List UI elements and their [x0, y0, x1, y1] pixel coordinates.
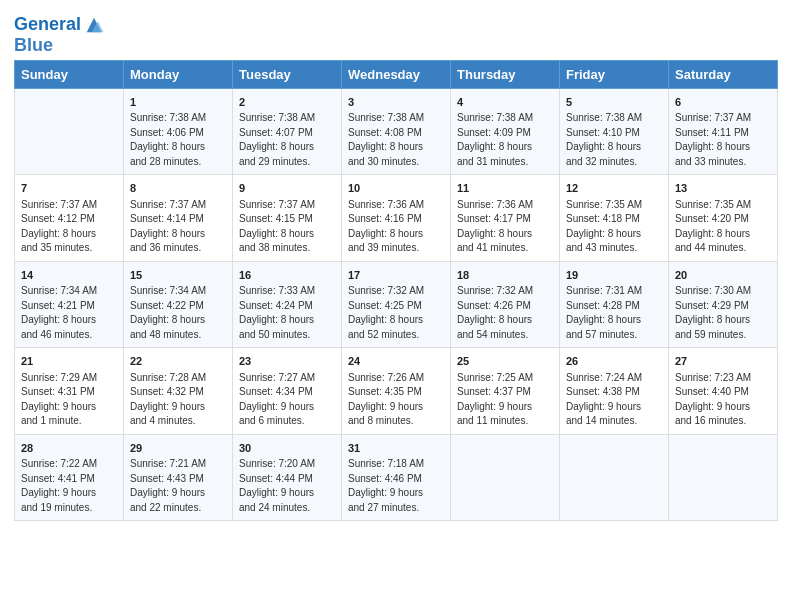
calendar-cell: 8Sunrise: 7:37 AM Sunset: 4:14 PM Daylig… [124, 175, 233, 262]
calendar-cell [560, 434, 669, 521]
page-container: General Blue SundayMondayTuesdayWednesda… [0, 0, 792, 531]
day-number: 13 [675, 180, 771, 197]
weekday-header-row: SundayMondayTuesdayWednesdayThursdayFrid… [15, 60, 778, 88]
calendar-cell: 29Sunrise: 7:21 AM Sunset: 4:43 PM Dayli… [124, 434, 233, 521]
calendar-cell: 6Sunrise: 7:37 AM Sunset: 4:11 PM Daylig… [669, 88, 778, 175]
day-number: 9 [239, 180, 335, 197]
calendar-cell: 3Sunrise: 7:38 AM Sunset: 4:08 PM Daylig… [342, 88, 451, 175]
day-info: Sunrise: 7:37 AM Sunset: 4:14 PM Dayligh… [130, 198, 226, 256]
calendar-table: SundayMondayTuesdayWednesdayThursdayFrid… [14, 60, 778, 522]
day-number: 5 [566, 94, 662, 111]
calendar-cell: 23Sunrise: 7:27 AM Sunset: 4:34 PM Dayli… [233, 348, 342, 435]
day-info: Sunrise: 7:35 AM Sunset: 4:20 PM Dayligh… [675, 198, 771, 256]
calendar-week-row: 7Sunrise: 7:37 AM Sunset: 4:12 PM Daylig… [15, 175, 778, 262]
day-info: Sunrise: 7:28 AM Sunset: 4:32 PM Dayligh… [130, 371, 226, 429]
calendar-cell: 16Sunrise: 7:33 AM Sunset: 4:24 PM Dayli… [233, 261, 342, 348]
day-info: Sunrise: 7:38 AM Sunset: 4:06 PM Dayligh… [130, 111, 226, 169]
calendar-week-row: 28Sunrise: 7:22 AM Sunset: 4:41 PM Dayli… [15, 434, 778, 521]
day-number: 7 [21, 180, 117, 197]
day-info: Sunrise: 7:32 AM Sunset: 4:25 PM Dayligh… [348, 284, 444, 342]
day-number: 29 [130, 440, 226, 457]
weekday-header: Friday [560, 60, 669, 88]
weekday-header: Sunday [15, 60, 124, 88]
day-info: Sunrise: 7:24 AM Sunset: 4:38 PM Dayligh… [566, 371, 662, 429]
calendar-cell: 21Sunrise: 7:29 AM Sunset: 4:31 PM Dayli… [15, 348, 124, 435]
calendar-cell: 31Sunrise: 7:18 AM Sunset: 4:46 PM Dayli… [342, 434, 451, 521]
day-number: 23 [239, 353, 335, 370]
day-number: 21 [21, 353, 117, 370]
calendar-cell: 24Sunrise: 7:26 AM Sunset: 4:35 PM Dayli… [342, 348, 451, 435]
weekday-header: Saturday [669, 60, 778, 88]
day-info: Sunrise: 7:34 AM Sunset: 4:22 PM Dayligh… [130, 284, 226, 342]
day-info: Sunrise: 7:38 AM Sunset: 4:09 PM Dayligh… [457, 111, 553, 169]
calendar-cell: 4Sunrise: 7:38 AM Sunset: 4:09 PM Daylig… [451, 88, 560, 175]
calendar-cell: 2Sunrise: 7:38 AM Sunset: 4:07 PM Daylig… [233, 88, 342, 175]
day-info: Sunrise: 7:33 AM Sunset: 4:24 PM Dayligh… [239, 284, 335, 342]
weekday-header: Tuesday [233, 60, 342, 88]
day-number: 2 [239, 94, 335, 111]
day-number: 4 [457, 94, 553, 111]
day-number: 27 [675, 353, 771, 370]
day-info: Sunrise: 7:37 AM Sunset: 4:11 PM Dayligh… [675, 111, 771, 169]
day-number: 30 [239, 440, 335, 457]
calendar-cell: 26Sunrise: 7:24 AM Sunset: 4:38 PM Dayli… [560, 348, 669, 435]
header: General Blue [14, 10, 778, 56]
calendar-cell: 13Sunrise: 7:35 AM Sunset: 4:20 PM Dayli… [669, 175, 778, 262]
day-info: Sunrise: 7:25 AM Sunset: 4:37 PM Dayligh… [457, 371, 553, 429]
day-info: Sunrise: 7:22 AM Sunset: 4:41 PM Dayligh… [21, 457, 117, 515]
calendar-cell: 5Sunrise: 7:38 AM Sunset: 4:10 PM Daylig… [560, 88, 669, 175]
calendar-week-row: 14Sunrise: 7:34 AM Sunset: 4:21 PM Dayli… [15, 261, 778, 348]
calendar-cell: 12Sunrise: 7:35 AM Sunset: 4:18 PM Dayli… [560, 175, 669, 262]
day-number: 26 [566, 353, 662, 370]
logo-icon [83, 14, 105, 36]
day-info: Sunrise: 7:38 AM Sunset: 4:08 PM Dayligh… [348, 111, 444, 169]
calendar-cell: 25Sunrise: 7:25 AM Sunset: 4:37 PM Dayli… [451, 348, 560, 435]
calendar-cell: 9Sunrise: 7:37 AM Sunset: 4:15 PM Daylig… [233, 175, 342, 262]
day-number: 20 [675, 267, 771, 284]
calendar-cell: 19Sunrise: 7:31 AM Sunset: 4:28 PM Dayli… [560, 261, 669, 348]
day-info: Sunrise: 7:21 AM Sunset: 4:43 PM Dayligh… [130, 457, 226, 515]
calendar-cell [451, 434, 560, 521]
day-info: Sunrise: 7:31 AM Sunset: 4:28 PM Dayligh… [566, 284, 662, 342]
calendar-cell: 17Sunrise: 7:32 AM Sunset: 4:25 PM Dayli… [342, 261, 451, 348]
calendar-cell: 11Sunrise: 7:36 AM Sunset: 4:17 PM Dayli… [451, 175, 560, 262]
calendar-cell: 20Sunrise: 7:30 AM Sunset: 4:29 PM Dayli… [669, 261, 778, 348]
calendar-cell [15, 88, 124, 175]
day-info: Sunrise: 7:32 AM Sunset: 4:26 PM Dayligh… [457, 284, 553, 342]
day-number: 10 [348, 180, 444, 197]
day-info: Sunrise: 7:35 AM Sunset: 4:18 PM Dayligh… [566, 198, 662, 256]
day-info: Sunrise: 7:38 AM Sunset: 4:07 PM Dayligh… [239, 111, 335, 169]
calendar-cell: 30Sunrise: 7:20 AM Sunset: 4:44 PM Dayli… [233, 434, 342, 521]
logo-blue: Blue [14, 35, 53, 55]
day-number: 28 [21, 440, 117, 457]
day-number: 11 [457, 180, 553, 197]
logo: General Blue [14, 14, 105, 56]
day-number: 12 [566, 180, 662, 197]
day-number: 18 [457, 267, 553, 284]
calendar-cell: 1Sunrise: 7:38 AM Sunset: 4:06 PM Daylig… [124, 88, 233, 175]
calendar-cell: 7Sunrise: 7:37 AM Sunset: 4:12 PM Daylig… [15, 175, 124, 262]
calendar-week-row: 1Sunrise: 7:38 AM Sunset: 4:06 PM Daylig… [15, 88, 778, 175]
calendar-week-row: 21Sunrise: 7:29 AM Sunset: 4:31 PM Dayli… [15, 348, 778, 435]
day-number: 19 [566, 267, 662, 284]
day-number: 15 [130, 267, 226, 284]
day-info: Sunrise: 7:37 AM Sunset: 4:12 PM Dayligh… [21, 198, 117, 256]
calendar-cell: 18Sunrise: 7:32 AM Sunset: 4:26 PM Dayli… [451, 261, 560, 348]
day-info: Sunrise: 7:34 AM Sunset: 4:21 PM Dayligh… [21, 284, 117, 342]
day-number: 17 [348, 267, 444, 284]
day-info: Sunrise: 7:23 AM Sunset: 4:40 PM Dayligh… [675, 371, 771, 429]
day-info: Sunrise: 7:27 AM Sunset: 4:34 PM Dayligh… [239, 371, 335, 429]
logo-text: General Blue [14, 14, 105, 56]
day-info: Sunrise: 7:30 AM Sunset: 4:29 PM Dayligh… [675, 284, 771, 342]
calendar-cell [669, 434, 778, 521]
day-number: 16 [239, 267, 335, 284]
calendar-cell: 10Sunrise: 7:36 AM Sunset: 4:16 PM Dayli… [342, 175, 451, 262]
calendar-cell: 14Sunrise: 7:34 AM Sunset: 4:21 PM Dayli… [15, 261, 124, 348]
day-number: 6 [675, 94, 771, 111]
day-info: Sunrise: 7:18 AM Sunset: 4:46 PM Dayligh… [348, 457, 444, 515]
day-info: Sunrise: 7:38 AM Sunset: 4:10 PM Dayligh… [566, 111, 662, 169]
calendar-cell: 22Sunrise: 7:28 AM Sunset: 4:32 PM Dayli… [124, 348, 233, 435]
day-info: Sunrise: 7:20 AM Sunset: 4:44 PM Dayligh… [239, 457, 335, 515]
day-info: Sunrise: 7:37 AM Sunset: 4:15 PM Dayligh… [239, 198, 335, 256]
day-number: 14 [21, 267, 117, 284]
